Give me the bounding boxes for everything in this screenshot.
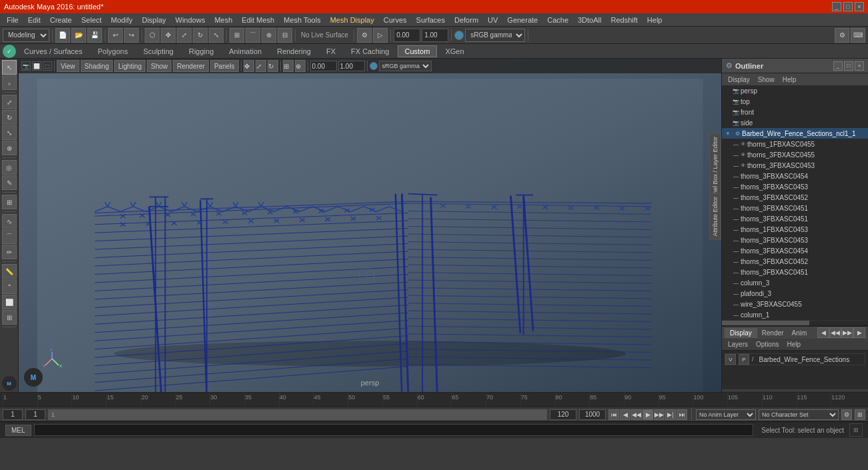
vp-tool-3[interactable]: ↻ [268, 60, 278, 72]
layer-tab-render[interactable]: Render [759, 329, 787, 337]
shading-menu[interactable]: Shading [81, 60, 113, 72]
outliner-close[interactable]: × [855, 61, 864, 71]
outliner-item-column3[interactable]: — column_3 [722, 277, 868, 288]
select-tool-button[interactable]: ✥ [161, 28, 175, 43]
outliner-item-top[interactable]: 📷 top [722, 96, 868, 107]
layer-item-main[interactable]: V P / Barbed_Wire_Fence_Sections [725, 353, 865, 365]
menu-3dtoall[interactable]: 3DtoAll [574, 15, 605, 25]
lighting-menu[interactable]: Lighting [114, 60, 145, 72]
outliner-item-thorns-2[interactable]: — 👁 thorns_3FBXASC0455 [722, 149, 868, 160]
layer-ctrl-2[interactable]: ◀◀ [829, 327, 841, 338]
close-button[interactable]: × [855, 2, 864, 11]
bc-extra-btn[interactable]: ⊞ [855, 409, 865, 420]
menu-select[interactable]: Select [77, 15, 106, 25]
outliner-item-persp[interactable]: 📷 persp [722, 85, 868, 96]
menu-help[interactable]: Help [643, 15, 667, 25]
menu-mesh[interactable]: Mesh [210, 15, 236, 25]
vp-colorspace-dropdown[interactable]: sRGB gamma [379, 61, 432, 71]
frame-start-input[interactable] [3, 409, 23, 420]
vp-value-2[interactable] [338, 61, 365, 71]
bc-settings-btn[interactable]: ⚙ [841, 409, 852, 420]
menu-edit[interactable]: Edit [24, 15, 45, 25]
outliner-item-thorns-4[interactable]: — thorns_3FBXASC0454 [722, 171, 868, 181]
layer-tab-display[interactable]: Display [725, 328, 757, 338]
snap-grid-button[interactable]: ⊞ [230, 28, 244, 43]
tab-rigging[interactable]: Rigging [181, 45, 221, 57]
select-tool-btn[interactable]: ↖ [2, 60, 17, 75]
range-slider[interactable]: 1 [48, 409, 547, 420]
play-forward-button[interactable]: ▶ [642, 409, 653, 420]
anim-layer-dropdown[interactable]: No Anim Layer [696, 409, 756, 420]
char-set-dropdown[interactable]: No Character Set [759, 409, 839, 420]
vp-tool-2[interactable]: ⤢ [256, 60, 266, 72]
param-curve-btn[interactable]: ⌃ [2, 279, 17, 294]
tab-polygons[interactable]: Polygons [90, 45, 135, 57]
viewport[interactable]: 📷 ⬜ ⬚ View Shading Lighting Show Rendere… [19, 59, 721, 392]
menu-mesh-display[interactable]: Mesh Display [326, 15, 378, 25]
script-type-label[interactable]: MEL [5, 425, 31, 436]
outliner-item-plafondi3[interactable]: — plafondi_3 [722, 288, 868, 299]
command-input[interactable] [34, 424, 754, 436]
redo-button[interactable]: ↪ [124, 28, 139, 43]
render-button[interactable]: ▷ [373, 28, 388, 43]
new-file-button[interactable]: 📄 [55, 28, 70, 43]
outliner-item-wire3[interactable]: — wire_3FBXASC0455 [722, 299, 868, 309]
input-value-1[interactable] [394, 29, 420, 42]
tab-fx[interactable]: FX [319, 45, 343, 57]
outliner-item-thorns-6[interactable]: — thorns_3FBXASC0452 [722, 192, 868, 203]
step-back-button[interactable]: ◀ [620, 409, 630, 420]
outliner-menu-help[interactable]: Help [779, 75, 800, 84]
outliner-menu-display[interactable]: Display [725, 75, 753, 84]
snap-curve-button[interactable]: ⌒ [246, 28, 260, 43]
tab-sculpting[interactable]: Sculpting [136, 45, 181, 57]
vp-tool-1[interactable]: ✥ [244, 60, 254, 72]
outliner-item-thorns-11[interactable]: — thorns_3FBXASC0454 [722, 245, 868, 256]
vp-icon-snap[interactable]: ⊕ [295, 60, 306, 72]
layer-menu-layers[interactable]: Layers [725, 340, 751, 349]
menu-mesh-tools[interactable]: Mesh Tools [280, 15, 324, 25]
layer-scrollbar[interactable] [722, 387, 868, 392]
measure-btn[interactable]: 📏 [2, 264, 17, 279]
layer-menu-help[interactable]: Help [783, 340, 804, 349]
outliner-item-thorns-5[interactable]: — thorns_3FBXASC0453 [722, 181, 868, 192]
menu-surfaces[interactable]: Surfaces [412, 15, 449, 25]
universal-manip-btn[interactable]: ⊕ [2, 141, 17, 155]
outliner-item-thorns-9[interactable]: — thorns_1FBXASC0453 [722, 224, 868, 235]
open-file-button[interactable]: 📂 [71, 28, 86, 43]
show-manip-btn[interactable]: ⊞ [2, 195, 17, 209]
show-menu[interactable]: Show [147, 60, 171, 72]
grid-btn[interactable]: ⊞ [2, 310, 17, 325]
color-space-dropdown[interactable]: sRGB gamma [465, 29, 525, 42]
menu-redshift[interactable]: Redshift [606, 15, 641, 25]
outliner-item-thorns-13[interactable]: — thorns_3FBXASC0451 [722, 267, 868, 277]
outliner-item-front[interactable]: 📷 front [722, 107, 868, 117]
tab-rendering[interactable]: Rendering [270, 45, 318, 57]
anim-end-input[interactable] [579, 409, 606, 420]
timeline-track[interactable]: 1 5 10 15 20 25 30 35 40 45 50 55 60 65 … [0, 393, 868, 407]
menu-cache[interactable]: Cache [543, 15, 572, 25]
step-forward-button[interactable]: ▶| [665, 409, 676, 420]
paint-select-btn[interactable]: ⬦ [2, 75, 17, 90]
surface-btn[interactable]: ⬜ [2, 295, 17, 309]
menu-file[interactable]: File [3, 15, 23, 25]
tab-curves-surfaces[interactable]: Curves / Surfaces [17, 45, 89, 57]
move-tool-btn[interactable]: ⤢ [2, 95, 17, 109]
layer-ctrl-1[interactable]: ◀ [817, 327, 829, 338]
outliner-minimize[interactable]: _ [833, 61, 843, 71]
vp-value-1[interactable] [310, 61, 337, 71]
workspace-dropdown[interactable]: Modeling [3, 29, 49, 42]
menu-create[interactable]: Create [46, 15, 76, 25]
menu-generate[interactable]: Generate [503, 15, 542, 25]
range-end-input[interactable] [550, 409, 576, 420]
rotate-tool-button[interactable]: ↻ [193, 28, 207, 43]
snap-point-button[interactable]: ⊕ [262, 28, 276, 43]
side-tab-attribute-editor[interactable]: Attribute Editor [709, 193, 721, 240]
outliner-body[interactable]: 📷 persp 📷 top 📷 front [722, 85, 868, 320]
menu-windows[interactable]: Windows [171, 15, 209, 25]
rotate-tool-btn[interactable]: ↻ [2, 110, 17, 125]
curve-tool-btn[interactable]: ∿ [2, 214, 17, 229]
tab-fx-caching[interactable]: FX Caching [344, 45, 396, 57]
play-back-button[interactable]: ◀◀ [631, 409, 642, 420]
vp-icon-grid[interactable]: ⊞ [283, 60, 294, 72]
settings-button[interactable]: ⚙ [835, 28, 849, 43]
